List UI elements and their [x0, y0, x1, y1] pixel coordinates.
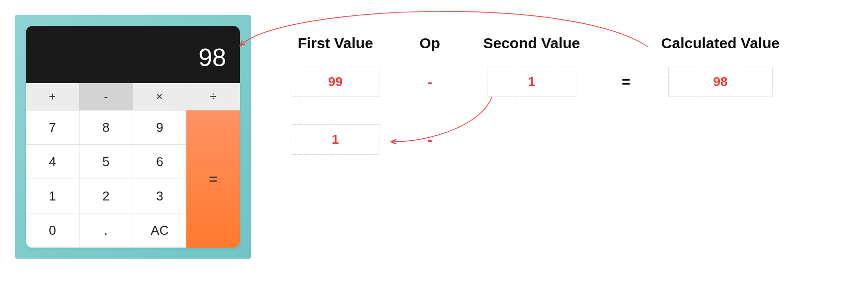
- equals-sign-label: =: [596, 74, 656, 91]
- key-dot[interactable]: .: [79, 213, 133, 248]
- calc-body: 7 8 9 4 5 6 1 2 3 0 . AC =: [26, 110, 240, 248]
- explainer-row-1: 99 - 1 = 98: [278, 67, 868, 97]
- header-op: Op: [393, 35, 467, 52]
- calc-display: 98: [26, 26, 240, 83]
- explainer-panel: First Value Op Second Value . Calculated…: [278, 35, 868, 182]
- calc-ops-row: + - × ÷: [26, 83, 240, 110]
- header-first-value: First Value: [278, 35, 393, 52]
- op-text-2: -: [393, 131, 467, 148]
- key-0[interactable]: 0: [26, 213, 79, 248]
- calculated-value-box: 98: [668, 67, 773, 97]
- calc-numpad: 7 8 9 4 5 6 1 2 3 0 . AC: [26, 110, 186, 248]
- key-3[interactable]: 3: [133, 179, 187, 213]
- divide-button[interactable]: ÷: [186, 83, 240, 110]
- minus-button[interactable]: -: [79, 83, 133, 110]
- plus-button[interactable]: +: [26, 83, 79, 110]
- explainer-row-2: 1 -: [278, 124, 868, 155]
- header-calculated-value: Calculated Value: [656, 35, 785, 52]
- op-text-1: -: [393, 74, 467, 91]
- calculator: 98 + - × ÷ 7 8 9 4 5 6 1 2 3 0 . AC =: [26, 26, 240, 248]
- key-1[interactable]: 1: [26, 179, 79, 213]
- second-value-box: 1: [487, 67, 576, 97]
- first-value-box-2: 1: [291, 124, 380, 155]
- key-5[interactable]: 5: [79, 145, 133, 179]
- multiply-button[interactable]: ×: [133, 83, 187, 110]
- key-2[interactable]: 2: [79, 179, 133, 213]
- first-value-box: 99: [291, 67, 380, 97]
- key-6[interactable]: 6: [133, 145, 187, 179]
- equals-button[interactable]: =: [186, 110, 240, 248]
- key-4[interactable]: 4: [26, 145, 79, 179]
- explainer-headers: First Value Op Second Value . Calculated…: [278, 35, 868, 52]
- calculator-wrapper: 98 + - × ÷ 7 8 9 4 5 6 1 2 3 0 . AC =: [15, 15, 251, 259]
- key-ac[interactable]: AC: [133, 213, 187, 248]
- key-8[interactable]: 8: [79, 110, 133, 145]
- key-9[interactable]: 9: [133, 110, 187, 145]
- key-7[interactable]: 7: [26, 110, 79, 145]
- header-second-value: Second Value: [467, 35, 596, 52]
